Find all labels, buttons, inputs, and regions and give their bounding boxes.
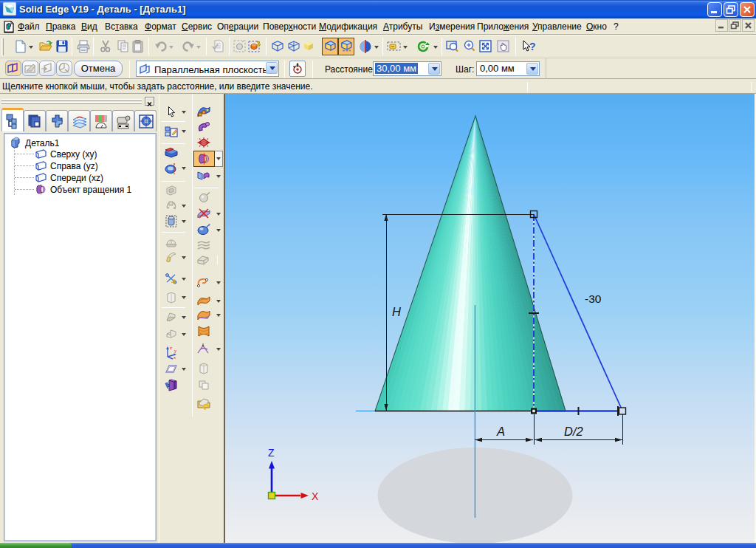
svg-text:D/2: D/2	[564, 425, 583, 438]
svg-text:X: X	[312, 490, 319, 502]
svg-text:H: H	[392, 305, 401, 318]
svg-text:A: A	[496, 425, 505, 438]
svg-text:Z: Z	[268, 447, 275, 459]
svg-text:-30: -30	[585, 292, 602, 305]
svg-text:y: y	[174, 349, 176, 353]
svg-text:?: ?	[529, 41, 536, 52]
svg-text:x: x	[173, 355, 176, 360]
svg-text:z: z	[170, 346, 172, 350]
